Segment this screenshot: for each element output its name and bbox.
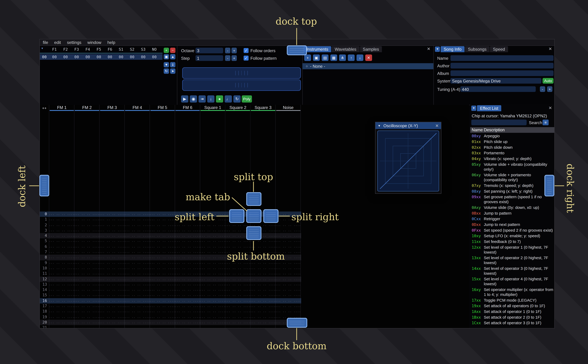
pattern-cell[interactable]: ... .. .. ....: [175, 222, 200, 228]
order-cell[interactable]: 00: [71, 54, 82, 60]
pattern-cell[interactable]: ... .. .. ....: [124, 282, 150, 287]
pattern-cell[interactable]: ... .. .. ....: [74, 309, 99, 314]
pattern-cell[interactable]: ... .. .. ....: [49, 309, 74, 314]
follow-pattern-checkbox[interactable]: ✓: [244, 56, 249, 60]
pattern-cell[interactable]: ... .. .. ....: [200, 255, 225, 260]
channel-header[interactable]: FM 3: [99, 105, 125, 111]
move-instrument-down-button[interactable]: ↓: [357, 55, 363, 61]
metronome-button[interactable]: ♩: [225, 95, 232, 103]
pattern-cell[interactable]: ... .. .. ....: [275, 309, 300, 314]
repeat-pattern-button[interactable]: ↻: [233, 95, 241, 103]
pattern-cell[interactable]: ... .. .. ....: [150, 244, 175, 249]
save-instrument-button[interactable]: ▦: [330, 55, 337, 61]
pattern-cell[interactable]: ... .. .. ....: [250, 287, 275, 293]
pattern-cell[interactable]: ... .. .. ....: [49, 239, 74, 244]
channel-header[interactable]: FM 4: [125, 105, 150, 111]
pattern-cell[interactable]: ... .. .. ....: [150, 228, 175, 233]
pattern-cell[interactable]: ... .. .. ....: [250, 304, 275, 309]
tuning-increase-button[interactable]: +: [547, 86, 552, 92]
pattern-cell[interactable]: ... .. .. ....: [150, 314, 175, 320]
pattern-cell[interactable]: ... .. .. ....: [124, 298, 150, 304]
pattern-cell[interactable]: ... .. .. ....: [150, 266, 175, 271]
pattern-cell[interactable]: ... .. .. ....: [74, 282, 99, 287]
pattern-cell[interactable]: ... .. .. ....: [250, 271, 275, 276]
channel-header[interactable]: Square 3: [251, 105, 276, 111]
pattern-cell[interactable]: ... .. .. ....: [124, 255, 150, 260]
order-cell[interactable]: 00: [115, 54, 126, 60]
tab-wavetables[interactable]: Wavetables: [332, 46, 359, 52]
pattern-cell[interactable]: ... .. .. ....: [124, 266, 150, 271]
pattern-cell[interactable]: ... .. .. ....: [150, 276, 175, 282]
move-order-down-button[interactable]: ▼: [164, 62, 169, 67]
pattern-cell[interactable]: ... .. .. ....: [124, 325, 150, 328]
pattern-cell[interactable]: ... .. .. ....: [124, 320, 150, 325]
collapse-icon[interactable]: ▼: [435, 46, 440, 52]
step-decrease-button[interactable]: -: [225, 55, 230, 61]
pattern-cell[interactable]: ... .. .. ....: [74, 314, 99, 320]
pattern-cell[interactable]: ... .. .. ....: [150, 304, 175, 309]
author-field[interactable]: [450, 63, 554, 69]
pattern-cell[interactable]: ... .. .. ....: [74, 266, 99, 271]
pattern-cell[interactable]: ... .. .. ....: [200, 325, 225, 328]
pattern-cell[interactable]: ... .. .. ....: [99, 266, 124, 271]
duplicate-order-button[interactable]: ▣: [164, 54, 169, 59]
pattern-cell[interactable]: ... .. .. ....: [200, 222, 225, 228]
oscilloscope-title-bar[interactable]: ▼ Oscilloscope (X-Y) ✕: [376, 122, 441, 129]
pattern-cell[interactable]: ... .. .. ....: [49, 228, 74, 233]
pattern-cell[interactable]: ... .. .. ....: [150, 233, 175, 239]
pattern-cell[interactable]: ... .. .. ....: [150, 287, 175, 293]
pattern-cell[interactable]: ... .. .. ....: [49, 260, 74, 266]
pattern-cell[interactable]: ... .. .. ....: [99, 304, 124, 309]
pattern-cell[interactable]: ... .. .. ....: [49, 314, 74, 320]
pattern-row[interactable]: 17 ... .. .. .... ... .. .. .... ... .. …: [40, 304, 301, 309]
pattern-cell[interactable]: ... .. .. ....: [225, 266, 250, 271]
pattern-cell[interactable]: ... .. .. ....: [99, 287, 124, 293]
pattern-cell[interactable]: ... .. .. ....: [124, 293, 150, 298]
move-instrument-up-button[interactable]: ↑: [348, 55, 355, 61]
pattern-cell[interactable]: ... .. .. ....: [200, 233, 225, 239]
pattern-cell[interactable]: ... .. .. ....: [250, 266, 275, 271]
pattern-cell[interactable]: ... .. .. ....: [99, 222, 124, 228]
pattern-cell[interactable]: ... .. .. ....: [225, 304, 250, 309]
poly-toggle-button[interactable]: Poly: [242, 95, 252, 103]
pattern-cell[interactable]: ... .. .. ....: [99, 282, 124, 287]
pattern-cell[interactable]: ... .. .. ....: [99, 309, 124, 314]
deep-clone-order-button[interactable]: ⇓: [170, 62, 176, 67]
close-icon[interactable]: ✕: [427, 46, 430, 52]
octave-increase-button[interactable]: +: [231, 48, 237, 53]
pattern-cell[interactable]: ... .. .. ....: [275, 282, 300, 287]
order-cell[interactable]: 00: [104, 54, 115, 60]
pattern-cell[interactable]: ... .. .. ....: [150, 298, 175, 304]
pattern-cell[interactable]: ... .. .. ....: [49, 255, 74, 260]
pattern-row[interactable]: 1 ... .. .. .... ... .. .. .... ... .. .…: [40, 217, 301, 222]
pattern-cell[interactable]: ... .. .. ....: [200, 266, 225, 271]
pattern-cell[interactable]: ... .. .. ....: [250, 314, 275, 320]
dock-target-split-bottom[interactable]: [246, 226, 262, 240]
pattern-cell[interactable]: ... .. .. ....: [49, 293, 74, 298]
channel-header[interactable]: FM 6: [175, 105, 200, 111]
pattern-cell[interactable]: ... .. .. ....: [250, 298, 275, 304]
pattern-cell[interactable]: ... .. .. ....: [175, 276, 200, 282]
piano-keyboard[interactable]: [182, 79, 301, 91]
pattern-cell[interactable]: ... .. .. ....: [150, 212, 175, 217]
pattern-cell[interactable]: ... .. .. ....: [250, 293, 275, 298]
pattern-cell[interactable]: ... .. .. ....: [200, 239, 225, 244]
channel-header[interactable]: Square 1: [200, 105, 225, 111]
pattern-cell[interactable]: ... .. .. ....: [275, 244, 300, 249]
follow-orders-label[interactable]: Follow orders: [251, 48, 276, 53]
pattern-cell[interactable]: ... .. .. ....: [175, 282, 200, 287]
pattern-cell[interactable]: ... .. .. ....: [175, 314, 200, 320]
play-pattern-button[interactable]: ◉: [190, 95, 197, 103]
pattern-row[interactable]: 14 ... .. .. .... ... .. .. .... ... .. …: [40, 287, 301, 293]
order-cell[interactable]: 00: [149, 54, 160, 60]
pattern-cell[interactable]: ... .. .. ....: [99, 320, 124, 325]
pattern-cell[interactable]: ... .. .. ....: [200, 276, 225, 282]
pattern-cell[interactable]: ... .. .. ....: [275, 222, 300, 228]
pattern-cell[interactable]: ... .. .. ....: [225, 282, 250, 287]
pattern-cell[interactable]: ... .. .. ....: [175, 249, 200, 255]
pattern-cell[interactable]: ... .. .. ....: [150, 217, 175, 222]
pattern-cell[interactable]: ... .. .. ....: [99, 239, 124, 244]
instrument-list-item[interactable]: ○ - None -: [302, 63, 434, 69]
order-change-mode-button[interactable]: ↻: [164, 69, 169, 74]
tuning-decrease-button[interactable]: -: [540, 86, 545, 92]
